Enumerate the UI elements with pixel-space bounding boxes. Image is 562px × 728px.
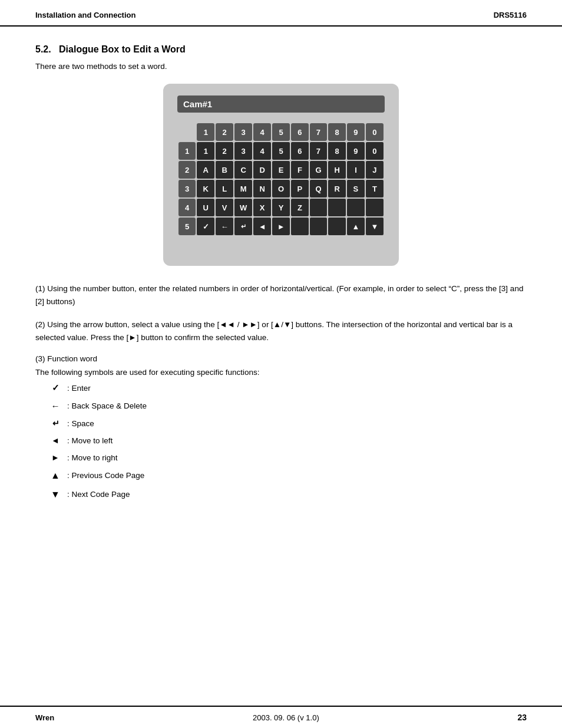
corner-cell [178, 123, 196, 141]
page-header: Installation and Connection DRS5116 [0, 0, 562, 27]
cell-1-8: 8 [328, 142, 346, 160]
row-header-5: 5 [178, 218, 196, 235]
col-header-row: 1 2 3 4 5 6 7 8 9 0 [178, 123, 384, 141]
grid-row-3: 3 K L M N O P Q R S T [178, 180, 384, 197]
footer-page-number: 23 [517, 713, 527, 722]
func-section-title: (3) Function word [35, 354, 527, 363]
col-header-9: 9 [347, 123, 365, 141]
prev-page-icon: ▲ [47, 469, 64, 483]
space-icon: ↵ [47, 417, 64, 430]
cell-5-1: ✓ [197, 218, 214, 235]
cell-5-8 [328, 218, 346, 235]
col-header-7: 7 [310, 123, 328, 141]
cell-2-8: H [328, 161, 346, 179]
cell-4-7 [310, 199, 328, 216]
char-grid: 1 2 3 4 5 6 7 8 9 0 1 1 [177, 122, 385, 236]
cell-1-0: 0 [366, 142, 384, 160]
grid-row-4: 4 U V W X Y Z [178, 199, 384, 216]
col-header-8: 8 [328, 123, 346, 141]
cell-1-7: 7 [310, 142, 328, 160]
cell-4-5: Y [272, 199, 290, 216]
cell-5-4: ◄ [253, 218, 271, 235]
cell-4-0 [366, 199, 384, 216]
move-left-desc: : Move to left [67, 435, 113, 447]
move-left-icon: ◄ [47, 434, 64, 447]
section-subtitle: There are two methods to set a word. [35, 62, 527, 71]
cell-3-5: O [272, 180, 290, 197]
cell-2-5: E [272, 161, 290, 179]
cell-5-9: ▲ [347, 218, 365, 235]
cell-3-8: R [328, 180, 346, 197]
col-header-1: 1 [197, 123, 214, 141]
backspace-desc: : Back Space & Delete [67, 400, 147, 412]
cell-1-4: 4 [253, 142, 271, 160]
cell-2-3: C [234, 161, 252, 179]
cell-2-4: D [253, 161, 271, 179]
func-item-backspace: ← : Back Space & Delete [47, 400, 527, 413]
cell-3-9: S [347, 180, 365, 197]
cell-1-6: 6 [291, 142, 309, 160]
cell-5-2: ← [216, 218, 233, 235]
header-right: DRS5116 [494, 11, 527, 19]
cell-4-2: V [216, 199, 233, 216]
move-right-icon: ► [47, 452, 64, 464]
cell-4-6: Z [291, 199, 309, 216]
section-title: 5.2. Dialogue Box to Edit a Word [35, 44, 527, 55]
func-item-prev-page: ▲ : Previous Code Page [47, 469, 527, 483]
backspace-icon: ← [47, 400, 64, 413]
row-header-1: 1 [178, 142, 196, 160]
cell-5-6 [291, 218, 309, 235]
func-item-next-page: ▼ : Next Code Page [47, 487, 527, 502]
cell-2-7: G [310, 161, 328, 179]
space-desc: : Space [67, 418, 94, 430]
row-header-3: 3 [178, 180, 196, 197]
cell-4-3: W [234, 199, 252, 216]
section-heading: Dialogue Box to Edit a Word [59, 44, 186, 54]
func-item-move-left: ◄ : Move to left [47, 434, 527, 447]
row-header-2: 2 [178, 161, 196, 179]
grid-row-2: 2 A B C D E F G H I J [178, 161, 384, 179]
footer-date: 2003. 09. 06 (v 1.0) [253, 713, 319, 722]
cell-1-1: 1 [197, 142, 214, 160]
cell-4-4: X [253, 199, 271, 216]
cell-5-3: ↵ [234, 218, 252, 235]
func-section-intro: The following symbols are used for execu… [35, 368, 527, 377]
cell-4-8 [328, 199, 346, 216]
function-list: ✓ : Enter ← : Back Space & Delete ↵ : Sp… [47, 381, 527, 502]
grid-row-1: 1 1 2 3 4 5 6 7 8 9 0 [178, 142, 384, 160]
header-left: Installation and Connection [35, 11, 135, 19]
col-header-2: 2 [216, 123, 233, 141]
cell-2-0: J [366, 161, 384, 179]
paragraph-1: (1) Using the number button, enter the r… [35, 282, 527, 308]
cell-2-1: A [197, 161, 214, 179]
cell-1-5: 5 [272, 142, 290, 160]
cell-3-3: M [234, 180, 252, 197]
cell-2-2: B [216, 161, 233, 179]
cell-5-7 [310, 218, 328, 235]
row-header-4: 4 [178, 199, 196, 216]
page-footer: Wren 2003. 09. 06 (v 1.0) 23 [0, 706, 562, 728]
cam-title-bar: Cam#1 [177, 95, 385, 113]
main-content: 5.2. Dialogue Box to Edit a Word There a… [0, 27, 562, 529]
section-number: 5.2. [35, 44, 51, 54]
paragraph-2: (2) Using the arrow button, select a val… [35, 318, 527, 344]
move-right-desc: : Move to right [67, 452, 118, 464]
next-page-icon: ▼ [47, 487, 64, 502]
dialogue-box: Cam#1 1 2 3 4 5 6 7 8 9 [163, 84, 399, 266]
cell-3-1: K [197, 180, 214, 197]
dialogue-box-wrapper: Cam#1 1 2 3 4 5 6 7 8 9 [35, 84, 527, 266]
enter-desc: : Enter [67, 383, 91, 394]
cell-4-9 [347, 199, 365, 216]
cell-3-6: P [291, 180, 309, 197]
col-header-5: 5 [272, 123, 290, 141]
next-page-desc: : Next Code Page [67, 489, 130, 500]
cell-3-4: N [253, 180, 271, 197]
col-header-4: 4 [253, 123, 271, 141]
cell-2-6: F [291, 161, 309, 179]
cell-2-9: I [347, 161, 365, 179]
cell-3-0: T [366, 180, 384, 197]
func-item-move-right: ► : Move to right [47, 452, 527, 464]
func-item-enter: ✓ : Enter [47, 381, 527, 395]
cell-1-2: 2 [216, 142, 233, 160]
cell-1-9: 9 [347, 142, 365, 160]
